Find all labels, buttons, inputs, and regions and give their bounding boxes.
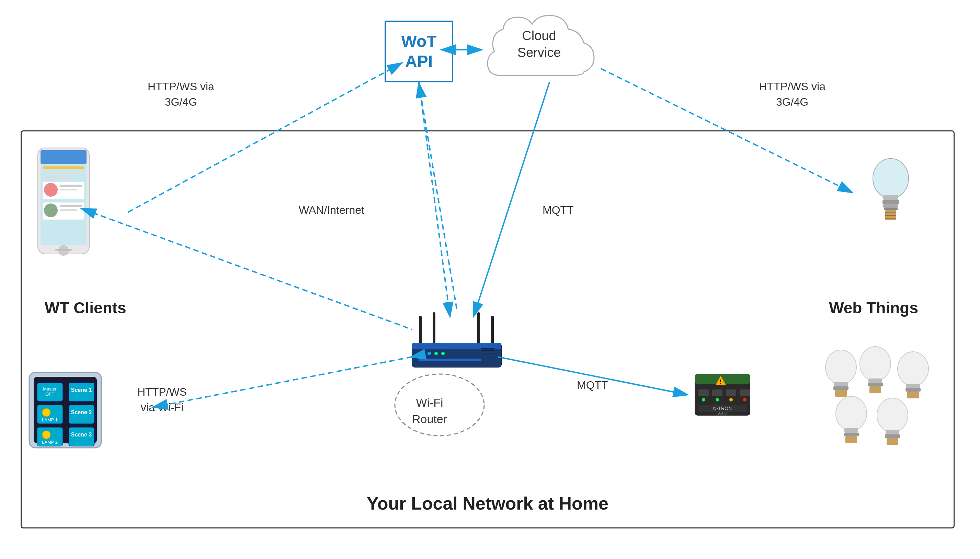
svg-point-33	[434, 352, 438, 355]
network-switch-device: ! N-TRON 204TX	[691, 370, 753, 422]
svg-rect-77	[869, 379, 882, 383]
wt-clients-label: WT Clients	[45, 299, 126, 317]
svg-rect-61	[698, 389, 709, 396]
svg-rect-90	[885, 435, 900, 438]
svg-point-76	[860, 347, 891, 381]
svg-rect-12	[60, 205, 83, 207]
svg-rect-75	[835, 390, 847, 397]
svg-text:LAMP 2: LAMP 2	[42, 440, 58, 445]
svg-rect-81	[906, 384, 920, 388]
svg-text:OFF: OFF	[45, 392, 54, 397]
svg-rect-11	[44, 203, 58, 217]
svg-point-32	[428, 352, 431, 355]
wall-panel-device: Master OFF Scene 1 LAMP 1 Scene 2 LAMP 2…	[28, 370, 103, 450]
wot-api-box: WoT API	[385, 21, 453, 83]
svg-rect-79	[869, 386, 881, 393]
svg-point-31	[421, 352, 424, 355]
svg-rect-13	[60, 209, 77, 211]
svg-rect-74	[833, 386, 849, 390]
svg-point-65	[702, 398, 705, 402]
svg-point-67	[730, 398, 733, 402]
svg-rect-89	[885, 430, 899, 435]
svg-point-84	[836, 396, 867, 431]
smart-bulb-single	[870, 154, 911, 223]
svg-rect-73	[834, 382, 848, 386]
svg-rect-19	[883, 204, 898, 208]
local-network-label: Your Local Network at Home	[367, 493, 609, 514]
svg-rect-85	[844, 428, 858, 433]
bulbs-group	[815, 343, 946, 446]
right-http-ws-label: HTTP/WS via 3G/4G	[759, 79, 826, 110]
svg-text:204TX: 204TX	[717, 412, 728, 415]
svg-text:LAMP 1: LAMP 1	[42, 417, 58, 422]
svg-text:Scene 1: Scene 1	[71, 387, 92, 393]
svg-point-34	[441, 352, 445, 355]
svg-point-68	[743, 398, 746, 402]
svg-point-48	[42, 408, 50, 417]
wot-api-label: WoT API	[401, 31, 436, 71]
svg-rect-3	[43, 166, 84, 169]
svg-point-88	[877, 398, 908, 432]
router-device	[405, 309, 508, 377]
wan-internet-label: WAN/Internet	[299, 202, 364, 218]
smartphone-device	[34, 147, 93, 247]
svg-rect-29	[491, 316, 494, 345]
http-ws-wifi-label: HTTP/WS via Wi-Fi	[138, 384, 187, 415]
svg-rect-83	[907, 392, 919, 399]
cloud-service-label: Cloud Service	[517, 28, 561, 61]
svg-point-66	[716, 398, 719, 402]
svg-text:Scene 3: Scene 3	[71, 432, 92, 438]
svg-rect-86	[844, 433, 859, 436]
svg-rect-35	[419, 359, 481, 361]
svg-rect-62	[712, 389, 723, 396]
svg-rect-8	[60, 185, 83, 187]
web-things-label: Web Things	[829, 299, 918, 317]
svg-text:Master: Master	[43, 386, 56, 392]
svg-text:!: !	[720, 379, 721, 385]
wifi-router-circle	[391, 370, 488, 439]
svg-rect-91	[887, 438, 898, 445]
svg-text:Scene 2: Scene 2	[71, 409, 92, 415]
svg-rect-9	[60, 189, 77, 190]
svg-rect-4	[43, 172, 81, 174]
svg-rect-87	[846, 436, 857, 443]
svg-point-53	[42, 431, 50, 439]
svg-rect-17	[883, 195, 898, 200]
diagram-container: Your Local Network at Home WoT API Cloud…	[0, 0, 980, 559]
left-http-ws-label: HTTP/WS via 3G/4G	[148, 79, 214, 110]
svg-rect-5	[43, 176, 70, 178]
svg-point-72	[826, 350, 856, 384]
cloud-container: Cloud Service	[474, 7, 604, 96]
svg-rect-2	[40, 150, 86, 164]
svg-point-80	[897, 352, 929, 386]
svg-rect-82	[905, 388, 920, 392]
svg-rect-28	[477, 312, 480, 345]
svg-rect-64	[740, 389, 750, 396]
svg-point-39	[395, 374, 484, 436]
svg-rect-63	[726, 389, 736, 396]
svg-rect-26	[419, 316, 422, 345]
mqtt-top-label: MQTT	[542, 202, 574, 218]
svg-rect-27	[433, 312, 435, 345]
svg-rect-18	[882, 200, 899, 204]
svg-rect-20	[884, 208, 897, 210]
svg-rect-15	[55, 249, 72, 250]
svg-point-16	[873, 159, 909, 198]
svg-rect-78	[868, 383, 883, 386]
svg-text:N-TRON: N-TRON	[713, 405, 732, 411]
svg-rect-7	[44, 183, 58, 197]
mqtt-bottom-label: MQTT	[577, 377, 608, 393]
